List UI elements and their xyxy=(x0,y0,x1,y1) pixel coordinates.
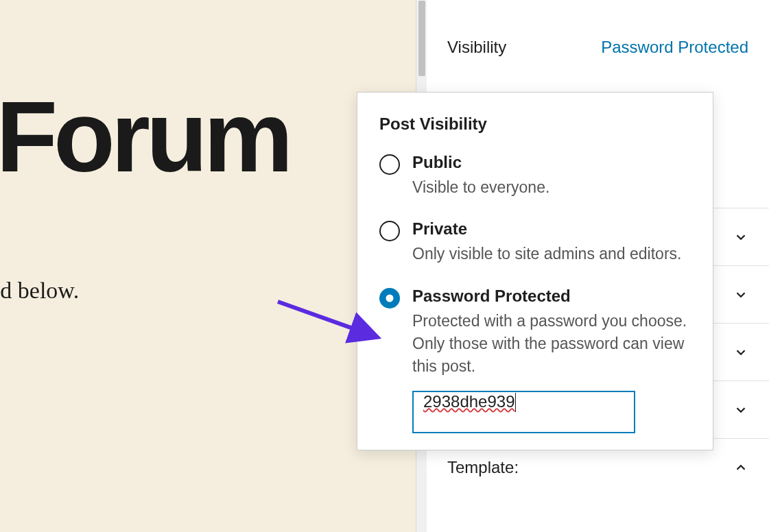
template-label: Template: xyxy=(447,458,519,477)
chevron-down-icon xyxy=(733,230,748,245)
editor-content-area[interactable]: nly Forum in the field below. xyxy=(0,0,418,532)
radio-private[interactable] xyxy=(379,221,400,241)
radio-public[interactable] xyxy=(379,154,400,175)
scrollbar-thumb[interactable] xyxy=(418,1,425,76)
popover-title: Post Visibility xyxy=(379,114,691,134)
post-visibility-popover: Post Visibility Public Visible to everyo… xyxy=(357,92,713,450)
text-caret xyxy=(515,393,516,412)
page-title[interactable]: nly Forum xyxy=(0,79,289,195)
visibility-label: Visibility xyxy=(447,38,506,57)
visibility-setting-row: Visibility Password Protected xyxy=(427,0,769,84)
chevron-down-icon xyxy=(733,345,748,360)
radio-public-desc: Visible to everyone. xyxy=(412,176,691,199)
instruction-text[interactable]: in the field below. xyxy=(0,278,79,304)
visibility-value-button[interactable]: Password Protected xyxy=(601,38,748,57)
radio-password-desc: Protected with a password you choose. On… xyxy=(412,310,691,378)
visibility-option-password[interactable]: Password Protected Protected with a pass… xyxy=(379,287,691,433)
chevron-down-icon xyxy=(733,287,748,302)
radio-private-desc: Only visible to site admins and editors. xyxy=(412,243,691,265)
radio-private-title: Private xyxy=(412,219,691,239)
radio-public-title: Public xyxy=(412,153,691,172)
chevron-down-icon xyxy=(733,402,748,418)
radio-password-title: Password Protected xyxy=(412,287,691,306)
password-input[interactable]: 2938dhe939 xyxy=(412,391,635,433)
visibility-option-public[interactable]: Public Visible to everyone. xyxy=(379,153,691,199)
chevron-up-icon xyxy=(733,460,748,475)
visibility-option-private[interactable]: Private Only visible to site admins and … xyxy=(379,219,691,265)
radio-password[interactable] xyxy=(379,288,400,309)
password-input-value: 2938dhe939 xyxy=(423,392,514,411)
